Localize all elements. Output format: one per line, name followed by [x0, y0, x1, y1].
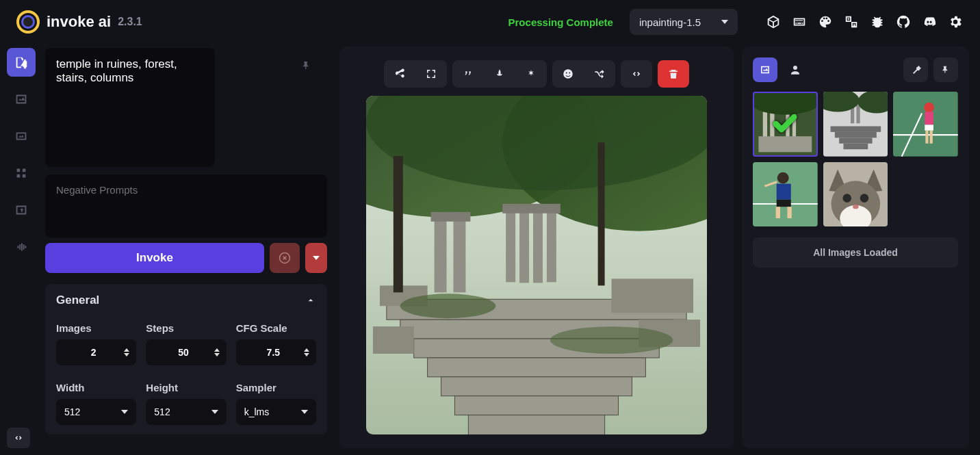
cancel-button[interactable]: [270, 243, 300, 273]
thumb-cat[interactable]: [823, 162, 888, 227]
thumb-tennis-red[interactable]: [893, 92, 958, 157]
steps-label: Steps: [146, 322, 226, 334]
svg-rect-24: [612, 278, 694, 313]
svg-rect-13: [547, 211, 556, 283]
use-prompt-button[interactable]: [452, 60, 484, 88]
logo-icon: [16, 10, 40, 34]
use-seed-button[interactable]: [484, 60, 515, 88]
svg-point-67: [860, 194, 868, 203]
svg-point-2: [566, 73, 567, 74]
svg-rect-51: [925, 112, 934, 125]
svg-rect-60: [776, 207, 780, 218]
height-select[interactable]: 512: [146, 399, 226, 425]
nav-canvas[interactable]: [7, 122, 36, 151]
app-version: 2.3.1: [118, 16, 142, 28]
gallery-user-tab[interactable]: [783, 57, 808, 82]
svg-rect-44: [843, 144, 868, 149]
svg-point-27: [400, 294, 495, 318]
brand-name: invoke ai: [47, 13, 111, 31]
steps-input[interactable]: 50: [146, 339, 226, 365]
settings-icon[interactable]: [947, 14, 964, 30]
width-select[interactable]: 512: [56, 399, 136, 425]
svg-point-66: [842, 194, 851, 203]
svg-rect-15: [431, 212, 471, 222]
cube-icon[interactable]: [765, 14, 782, 30]
pin-icon[interactable]: [301, 60, 312, 73]
chevron-down-icon: [313, 256, 320, 260]
svg-point-50: [925, 103, 935, 113]
translate-icon[interactable]: [843, 14, 860, 30]
nav-image-to-image[interactable]: [7, 85, 36, 114]
svg-rect-9: [453, 214, 465, 293]
height-label: Height: [146, 382, 226, 393]
svg-point-1: [563, 69, 573, 79]
gallery-settings-button[interactable]: [903, 57, 928, 82]
nav-nodes[interactable]: [7, 159, 36, 187]
svg-point-68: [853, 205, 858, 209]
nav-audio[interactable]: [7, 233, 36, 261]
invoke-menu-button[interactable]: [305, 243, 327, 273]
expand-button[interactable]: [415, 60, 447, 88]
cfg-label: CFG Scale: [236, 322, 316, 334]
negative-prompt-input[interactable]: [45, 174, 327, 237]
svg-rect-52: [925, 125, 934, 130]
svg-rect-11: [519, 209, 529, 283]
status-text: Processing Complete: [508, 16, 613, 28]
svg-rect-42: [834, 132, 876, 138]
prompt-input[interactable]: [45, 48, 215, 167]
gallery-image-tab[interactable]: [753, 57, 777, 82]
svg-rect-19: [428, 358, 646, 377]
general-section: General Images 2 Steps 50 CFG Scale 7.5 …: [45, 284, 327, 434]
chevron-down-icon: [721, 20, 728, 24]
shuffle-button[interactable]: [584, 60, 615, 88]
invoke-button[interactable]: Invoke: [45, 243, 264, 273]
svg-rect-54: [930, 131, 933, 144]
code-button[interactable]: [621, 60, 652, 88]
check-icon: [753, 92, 818, 157]
all-loaded-label: All Images Loaded: [753, 237, 958, 268]
svg-point-3: [569, 73, 570, 74]
svg-rect-41: [830, 126, 881, 131]
nav-text-to-image[interactable]: [7, 48, 36, 77]
svg-rect-61: [787, 207, 791, 218]
svg-point-57: [777, 172, 789, 183]
face-restore-button[interactable]: [552, 60, 584, 88]
thumb-temple-ruins[interactable]: [753, 92, 818, 157]
general-header[interactable]: General: [56, 294, 316, 315]
svg-rect-43: [839, 138, 872, 143]
svg-rect-22: [468, 415, 604, 434]
cfg-input[interactable]: 7.5: [236, 339, 316, 365]
images-input[interactable]: 2: [56, 339, 136, 365]
gallery-pin-button[interactable]: [933, 57, 958, 82]
svg-rect-26: [373, 326, 414, 354]
svg-rect-12: [533, 209, 543, 283]
svg-rect-58: [777, 183, 791, 199]
svg-rect-21: [454, 396, 618, 415]
thumb-boy-tennis[interactable]: [753, 162, 818, 227]
app-logo: invoke ai 2.3.1: [16, 10, 142, 34]
svg-rect-20: [441, 377, 632, 396]
svg-rect-29: [598, 142, 605, 285]
svg-point-28: [550, 326, 673, 354]
palette-icon[interactable]: [817, 14, 834, 30]
bug-icon[interactable]: [869, 14, 886, 30]
images-label: Images: [56, 322, 136, 334]
width-label: Width: [56, 382, 136, 393]
delete-button[interactable]: [658, 60, 689, 88]
thumb-stairs[interactable]: [823, 92, 888, 157]
nav-upscale[interactable]: [7, 196, 36, 224]
sampler-select[interactable]: k_lms: [236, 399, 316, 425]
keyboard-icon[interactable]: [791, 14, 808, 30]
share-button[interactable]: [384, 60, 415, 88]
svg-rect-8: [435, 218, 447, 293]
svg-rect-30: [394, 156, 403, 292]
dev-console-button[interactable]: [7, 428, 30, 448]
use-all-button[interactable]: [515, 60, 547, 88]
discord-icon[interactable]: [921, 14, 938, 30]
svg-rect-10: [506, 211, 515, 283]
model-select[interactable]: inpainting-1.5: [630, 9, 738, 35]
svg-rect-14: [502, 204, 560, 213]
preview-image[interactable]: [366, 96, 707, 434]
svg-rect-53: [926, 131, 929, 144]
github-icon[interactable]: [895, 14, 912, 30]
